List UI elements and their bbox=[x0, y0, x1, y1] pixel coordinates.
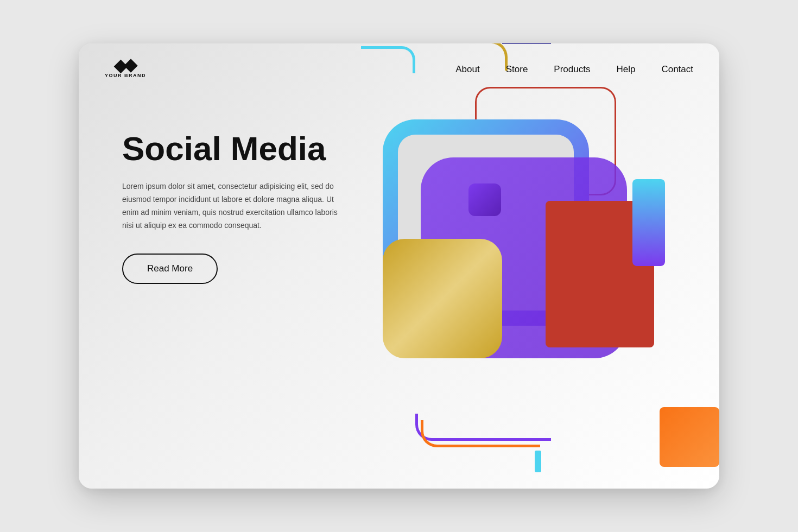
shape-orange bbox=[660, 407, 719, 467]
hero-content: Social Media Lorem ipsum dolor sit amet,… bbox=[122, 130, 350, 284]
nav-links: About Store Products Help Contact bbox=[455, 64, 693, 75]
shape-cyan-small bbox=[535, 451, 541, 472]
logo: YOUR BRAND bbox=[105, 61, 146, 78]
shape-gold bbox=[383, 239, 502, 358]
landing-page-card: YOUR BRAND About Store Products Help Con… bbox=[79, 43, 719, 489]
shape-small-purple bbox=[468, 183, 501, 216]
nav-item-store[interactable]: Store bbox=[506, 64, 528, 75]
nav-link-about[interactable]: About bbox=[455, 64, 479, 74]
logo-icon bbox=[115, 61, 136, 71]
nav-item-about[interactable]: About bbox=[455, 64, 479, 75]
read-more-button[interactable]: Read More bbox=[122, 254, 218, 284]
hero-description: Lorem ipsum dolor sit amet, consectetur … bbox=[122, 180, 350, 232]
hero-title: Social Media bbox=[122, 130, 350, 167]
nav-item-contact[interactable]: Contact bbox=[661, 64, 693, 75]
navbar: YOUR BRAND About Store Products Help Con… bbox=[79, 43, 719, 78]
diamond-right bbox=[124, 59, 137, 72]
shape-blue-rect bbox=[632, 179, 665, 266]
shape-bottom-line-orange bbox=[421, 420, 540, 447]
nav-link-contact[interactable]: Contact bbox=[661, 64, 693, 74]
nav-link-store[interactable]: Store bbox=[506, 64, 528, 74]
brand-name: YOUR BRAND bbox=[105, 73, 146, 78]
decorative-shapes bbox=[350, 43, 719, 489]
nav-item-products[interactable]: Products bbox=[554, 64, 590, 75]
nav-link-help[interactable]: Help bbox=[616, 64, 635, 74]
nav-link-products[interactable]: Products bbox=[554, 64, 590, 74]
nav-item-help[interactable]: Help bbox=[616, 64, 635, 75]
